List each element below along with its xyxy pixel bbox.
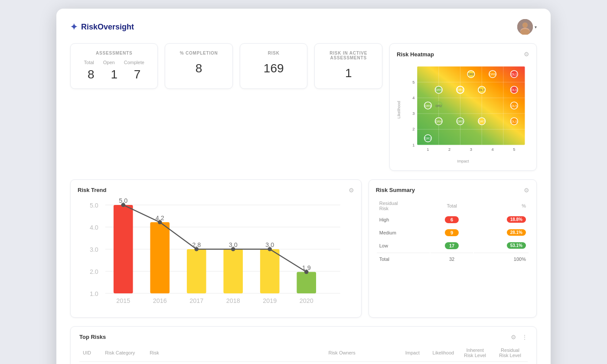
risks-more-icon[interactable]: ⋮ <box>522 334 528 341</box>
risk-trend-title: Risk Trend <box>78 187 106 193</box>
risks-gear-icon[interactable]: ⚙ <box>511 334 516 341</box>
uid-cell: R004 <box>79 361 101 364</box>
svg-text:2016: 2016 <box>153 297 167 304</box>
category-cell: Financial <box>101 361 146 364</box>
svg-text:1: 1 <box>427 147 429 152</box>
th-category: Risk Category <box>101 346 146 362</box>
svg-text:DR4: DR4 <box>436 120 442 124</box>
trend-gear-icon[interactable]: ⚙ <box>349 187 354 194</box>
logo: ✦ RiskOversight <box>70 22 134 32</box>
app-name: RiskOversight <box>81 23 134 32</box>
svg-text:3: 3 <box>470 147 472 152</box>
th-risk: Risk <box>146 346 325 362</box>
svg-point-85 <box>304 270 309 274</box>
completion-title: % COMPLETION <box>174 51 224 55</box>
svg-text:3: 3 <box>412 111 414 116</box>
low-pct: 53.1% <box>507 242 526 249</box>
high-badge: 6 <box>445 216 459 223</box>
th-owners: Risk Owners <box>325 346 397 362</box>
svg-text:2020: 2020 <box>300 297 313 304</box>
svg-text:5.0: 5.0 <box>90 202 98 209</box>
svg-text:DL7: DL7 <box>479 88 485 92</box>
col-residual: ResidualRisk <box>377 199 430 213</box>
svg-text:DLS: DLS <box>511 88 517 92</box>
svg-text:2018: 2018 <box>226 297 240 304</box>
svg-text:DR1: DR1 <box>425 136 431 140</box>
low-badge: 17 <box>445 242 459 249</box>
svg-rect-70 <box>150 222 170 293</box>
col-total: Total <box>431 199 473 213</box>
svg-text:DLS: DLS <box>511 120 517 124</box>
risk-summary-card: Risk Summary ⚙ ResidualRisk Total % High… <box>369 179 537 318</box>
th-residual: ResidualRisk Level <box>493 346 528 362</box>
summary-gear-icon[interactable]: ⚙ <box>524 187 529 194</box>
svg-point-84 <box>268 247 272 251</box>
risk-desc-cell: Actual versus budget comparisons are not… <box>146 361 325 364</box>
assessments-total: 8 <box>88 68 95 81</box>
th-likelihood: Likelihood <box>423 346 457 362</box>
svg-rect-68 <box>114 205 133 293</box>
total-label: Total <box>84 60 94 65</box>
svg-rect-76 <box>260 249 280 293</box>
likelihood-cell: 5.00 <box>423 361 457 364</box>
svg-text:2017: 2017 <box>189 297 203 304</box>
col-pct: % <box>474 199 529 213</box>
svg-text:4: 4 <box>412 96 414 100</box>
assessments-complete: 7 <box>134 68 141 81</box>
svg-text:DR5: DR5 <box>436 88 442 92</box>
assessments-card: ASSESSMENTS Total Open Complete 8 1 7 <box>70 43 158 89</box>
risk-value: 169 <box>249 60 299 75</box>
svg-text:5: 5 <box>412 80 414 84</box>
summary-row-low: Low 17 53.1% <box>377 240 529 252</box>
residual-cell: High <box>493 361 528 364</box>
logo-icon: ✦ <box>70 22 78 32</box>
svg-point-81 <box>158 220 162 224</box>
risks-actions: ⚙ ⋮ <box>511 334 528 341</box>
svg-rect-72 <box>187 249 206 293</box>
risk-active-value: 1 <box>323 65 373 80</box>
svg-text:1.0: 1.0 <box>90 290 98 297</box>
svg-text:2019: 2019 <box>263 297 277 304</box>
avatar <box>517 19 533 35</box>
svg-text:4: 4 <box>491 147 493 152</box>
impact-cell: 5.00 <box>397 361 423 364</box>
medium-pct: 28.1% <box>507 229 526 236</box>
svg-text:2: 2 <box>412 127 414 131</box>
heatmap-card: Risk Heatmap ⚙ Likelihood <box>389 43 537 171</box>
high-pct: 18.8% <box>507 216 526 223</box>
top-risks-title: Top Risks <box>79 334 106 340</box>
svg-text:DR6: DR6 <box>468 72 474 76</box>
risk-card: RISK 169 <box>240 43 308 89</box>
svg-rect-74 <box>223 249 243 293</box>
summary-row-high: High 6 18.8% <box>377 214 529 226</box>
table-row: R004 Financial Actual versus budget comp… <box>79 361 528 364</box>
svg-text:5: 5 <box>513 147 515 152</box>
th-impact: Impact <box>397 346 423 362</box>
svg-text:3.0: 3.0 <box>90 246 98 253</box>
svg-text:DR9: DR9 <box>425 104 431 108</box>
header: ✦ RiskOversight ▾ <box>70 19 537 35</box>
open-label: Open <box>103 60 115 65</box>
svg-text:DL5: DL5 <box>511 104 517 108</box>
risk-trend-card: Risk Trend ⚙ 1.0 2.0 3.0 4.0 5.0 5.0 <box>70 179 362 318</box>
svg-point-3 <box>522 23 528 28</box>
assessments-title: ASSESSMENTS <box>79 51 149 55</box>
summary-total-row: Total 32 100% <box>377 253 529 264</box>
svg-rect-5 <box>417 66 525 145</box>
medium-badge: 9 <box>445 229 459 236</box>
svg-text:DR5: DR5 <box>457 120 463 124</box>
trend-chart-svg: 1.0 2.0 3.0 4.0 5.0 5.0 4.2 2.8 3.0 <box>78 198 354 309</box>
svg-text:4.0: 4.0 <box>90 224 98 231</box>
svg-rect-78 <box>297 272 316 293</box>
svg-text:DR7: DR7 <box>479 120 485 124</box>
svg-text:DR1: DR1 <box>457 88 463 92</box>
svg-text:1: 1 <box>412 143 414 147</box>
svg-point-82 <box>194 247 199 251</box>
heatmap-y-label: Likelihood <box>397 101 401 119</box>
risk-title: RISK <box>249 51 299 55</box>
middle-row: Risk Trend ⚙ 1.0 2.0 3.0 4.0 5.0 5.0 <box>70 179 537 318</box>
svg-text:2.0: 2.0 <box>90 268 98 275</box>
heatmap-gear-icon[interactable]: ⚙ <box>524 51 529 58</box>
assessments-open: 1 <box>111 68 117 81</box>
user-menu[interactable]: ▾ <box>517 19 537 35</box>
